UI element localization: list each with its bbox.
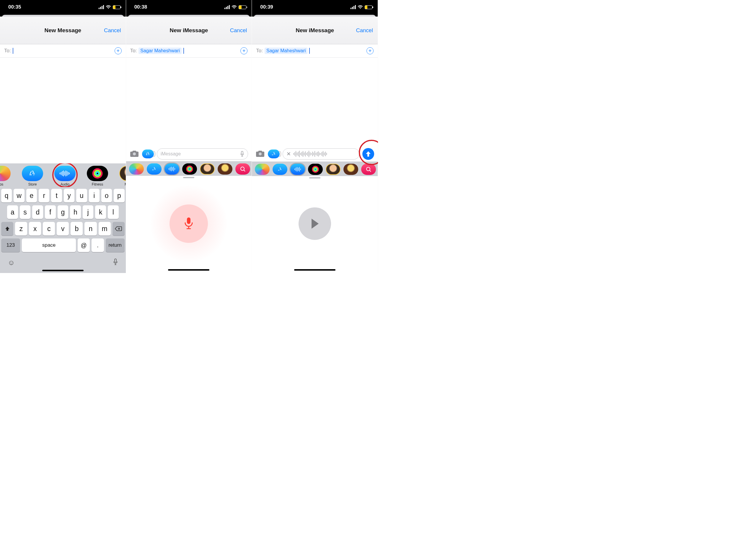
cancel-audio-button[interactable]: ✕ — [286, 151, 291, 157]
cancel-button[interactable]: Cancel — [230, 27, 247, 34]
memoji-icon — [119, 166, 126, 181]
to-field[interactable]: To: Sagar Maheshwari + — [126, 44, 252, 58]
message-input[interactable]: iMessage — [157, 148, 248, 159]
key-shift[interactable] — [1, 222, 13, 235]
key-at[interactable]: @ — [78, 238, 90, 252]
cancel-button[interactable]: Cancel — [104, 27, 121, 34]
drag-handle-icon[interactable] — [183, 177, 194, 178]
key-b[interactable]: b — [71, 222, 83, 235]
status-right: ⚡ — [351, 5, 372, 9]
app-store[interactable]: Store — [19, 166, 45, 186]
home-indicator[interactable] — [294, 269, 335, 270]
key-v[interactable]: v — [57, 222, 69, 235]
add-contact-button[interactable]: + — [366, 47, 374, 54]
key-p[interactable]: p — [114, 189, 124, 202]
camera-button[interactable] — [130, 150, 139, 158]
send-button[interactable] — [362, 148, 374, 160]
svg-rect-14 — [241, 151, 243, 154]
dictate-button[interactable] — [113, 258, 118, 267]
cancel-button[interactable]: Cancel — [356, 27, 373, 34]
key-u[interactable]: u — [76, 189, 87, 202]
key-i[interactable]: i — [89, 189, 100, 202]
key-z[interactable]: z — [15, 222, 27, 235]
mini-memoji-icon[interactable] — [326, 164, 340, 175]
app-fitness[interactable]: Fitness — [84, 166, 110, 186]
mini-animoji-icon[interactable] — [218, 163, 232, 175]
audio-clip-pill[interactable]: ✕ — [283, 148, 359, 159]
fitness-icon — [87, 166, 108, 181]
to-field[interactable]: To: Sagar Maheshwari + — [252, 44, 378, 58]
key-dot[interactable]: . — [92, 238, 104, 252]
svg-point-23 — [189, 168, 190, 170]
appstore-toggle[interactable] — [268, 149, 280, 158]
drag-handle-icon[interactable] — [309, 177, 320, 178]
key-a[interactable]: a — [7, 205, 18, 219]
key-m[interactable]: m — [99, 222, 111, 235]
app-audio[interactable]: Audio — [52, 166, 78, 186]
mini-audio-icon[interactable] — [290, 164, 305, 175]
add-contact-button[interactable]: + — [115, 47, 122, 54]
app-strip[interactable] — [126, 161, 252, 176]
key-space[interactable]: space — [22, 238, 76, 252]
key-f[interactable]: f — [45, 205, 56, 219]
mini-store-icon[interactable] — [147, 163, 162, 175]
key-x[interactable]: x — [29, 222, 41, 235]
home-indicator[interactable] — [168, 269, 209, 270]
recipient-chip[interactable]: Sagar Maheshwari — [139, 48, 181, 54]
key-s[interactable]: s — [20, 205, 31, 219]
appstore-toggle[interactable] — [142, 149, 154, 158]
key-g[interactable]: g — [58, 205, 69, 219]
recipient-chip[interactable]: Sagar Maheshwari — [265, 48, 307, 54]
key-d[interactable]: d — [32, 205, 43, 219]
mini-fitness-icon[interactable] — [308, 164, 323, 175]
key-o[interactable]: o — [101, 189, 112, 202]
waveform-icon — [293, 151, 356, 157]
key-backspace[interactable] — [113, 222, 125, 235]
emoji-button[interactable]: ☺ — [8, 258, 15, 267]
key-h[interactable]: h — [70, 205, 81, 219]
status-right: ⚡ — [99, 5, 120, 9]
mini-store-icon[interactable] — [273, 164, 287, 175]
mini-images-icon[interactable] — [361, 164, 376, 175]
key-j[interactable]: j — [83, 205, 94, 219]
mini-images-icon[interactable] — [235, 163, 250, 175]
key-row-4: 123 space @ . return — [1, 238, 125, 252]
app-strip[interactable] — [252, 162, 378, 176]
compose-row: iMessage — [126, 146, 252, 161]
mini-memoji-icon[interactable] — [200, 163, 215, 175]
camera-button[interactable] — [255, 150, 265, 158]
mini-animoji-icon[interactable] — [343, 164, 358, 175]
record-button[interactable] — [170, 204, 208, 243]
key-q[interactable]: q — [1, 189, 12, 202]
mini-photos-icon[interactable] — [129, 163, 144, 175]
play-button[interactable] — [299, 207, 331, 240]
keyboard[interactable]: q w e r t y u i o p a s d f g h j k l z … — [0, 187, 126, 273]
key-y[interactable]: y — [64, 189, 74, 202]
mini-photos-icon[interactable] — [255, 164, 270, 175]
key-e[interactable]: e — [26, 189, 37, 202]
status-time: 00:35 — [8, 4, 21, 10]
mic-icon[interactable] — [240, 151, 244, 157]
record-panel — [126, 179, 252, 268]
home-indicator[interactable] — [42, 270, 84, 271]
key-n[interactable]: n — [84, 222, 97, 235]
key-t[interactable]: t — [51, 189, 62, 202]
key-w[interactable]: w — [14, 189, 24, 202]
app-memoji[interactable]: Memoj — [117, 166, 126, 186]
app-drawer[interactable]: otos Store Audio Fitness Memoj — [0, 163, 126, 187]
app-photos[interactable]: otos — [0, 166, 13, 186]
sheet-tab — [126, 14, 252, 17]
to-field[interactable]: To: + — [0, 44, 126, 58]
mini-audio-icon[interactable] — [164, 163, 179, 175]
key-c[interactable]: c — [43, 222, 55, 235]
add-contact-button[interactable]: + — [240, 47, 247, 54]
key-k[interactable]: k — [95, 205, 106, 219]
key-123[interactable]: 123 — [1, 238, 20, 252]
key-l[interactable]: l — [108, 205, 119, 219]
svg-rect-12 — [115, 259, 116, 262]
key-return[interactable]: return — [106, 238, 125, 252]
status-time: 00:39 — [260, 4, 273, 10]
key-r[interactable]: r — [39, 189, 49, 202]
svg-point-11 — [96, 172, 99, 175]
mini-fitness-icon[interactable] — [182, 163, 197, 175]
